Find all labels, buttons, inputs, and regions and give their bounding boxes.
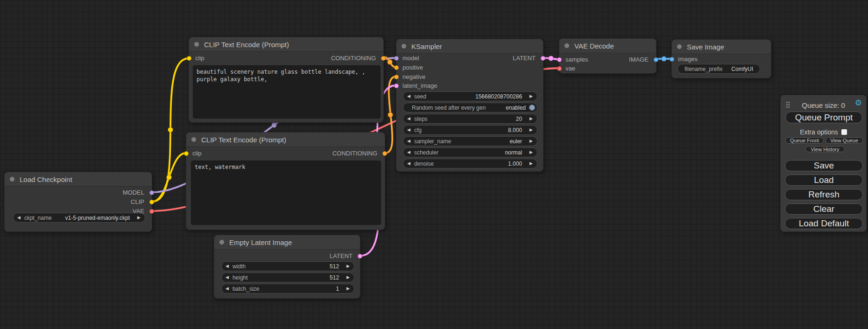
random-seed-widget[interactable]: Random seed after every gen enabled — [403, 103, 537, 112]
collapse-dot-icon[interactable] — [402, 44, 406, 49]
input-dot-latent-image[interactable] — [394, 84, 399, 88]
collapse-dot-icon[interactable] — [10, 177, 14, 182]
output-dot-conditioning[interactable] — [382, 151, 387, 156]
widget-value[interactable]: v1-5-pruned-emaonly.ckpt — [52, 215, 134, 221]
positive-prompt-textarea[interactable]: beautiful scenery nature glass bottle la… — [193, 65, 381, 119]
comfyui-canvas[interactable]: { "icons": { "decrement": "◀", "incremen… — [0, 0, 868, 329]
node-header[interactable]: CLIP Text Encode (Prompt) — [189, 37, 383, 52]
increment-arrow-icon[interactable]: ▶ — [526, 150, 537, 154]
queue-panel[interactable]: Queue size: 0 ⚙ Queue Prompt Extra optio… — [780, 95, 867, 232]
widget-value[interactable]: normal — [438, 149, 526, 156]
decrement-arrow-icon[interactable]: ◀ — [222, 287, 233, 291]
link-midpoint-dot — [549, 56, 554, 61]
scheduler-widget[interactable]: ◀ scheduler normal ▶ — [403, 147, 537, 157]
node-header[interactable]: CLIP Text Encode (Prompt) — [186, 133, 385, 147]
collapse-dot-icon[interactable] — [677, 44, 682, 49]
decrement-arrow-icon[interactable]: ◀ — [222, 264, 233, 268]
input-dot-positive[interactable] — [394, 65, 399, 70]
input-dot-model[interactable] — [394, 56, 399, 61]
view-history-button[interactable]: View History — [805, 146, 845, 152]
node-load-checkpoint[interactable]: Load Checkpoint MODEL CLIP VAE ◀ ckpt_na… — [4, 172, 152, 232]
decrement-arrow-icon[interactable]: ◀ — [403, 117, 414, 121]
widget-value[interactable]: 156680208700286 — [426, 93, 526, 100]
denoise-widget[interactable]: ◀ denoise 1.000 ▶ — [403, 159, 537, 168]
node-save-image[interactable]: Save Image images filename_prefix ComfyU… — [671, 39, 771, 78]
output-dot-conditioning[interactable] — [381, 56, 386, 61]
widget-value[interactable]: 8.000 — [422, 127, 526, 133]
node-ksampler[interactable]: KSampler model positive negative latent_… — [396, 39, 543, 172]
increment-arrow-icon[interactable]: ▶ — [526, 139, 537, 143]
increment-arrow-icon[interactable]: ▶ — [526, 94, 537, 98]
ckpt-name-widget[interactable]: ◀ ckpt_name v1-5-pruned-emaonly.ckpt ▶ — [13, 213, 145, 223]
gear-icon[interactable]: ⚙ — [855, 99, 862, 107]
sampler-name-widget[interactable]: ◀ sampler_name euler ▶ — [403, 136, 537, 146]
node-header[interactable]: VAE Decode — [559, 39, 656, 53]
cfg-widget[interactable]: ◀ cfg 8.000 ▶ — [403, 125, 537, 135]
input-dot-samples[interactable] — [557, 57, 562, 62]
link-midpoint-dot — [168, 127, 173, 133]
node-header[interactable]: Empty Latent Image — [214, 235, 360, 250]
clear-button[interactable]: Clear — [785, 203, 863, 215]
decrement-arrow-icon[interactable]: ◀ — [403, 139, 414, 143]
node-header[interactable]: Load Checkpoint — [5, 172, 152, 187]
refresh-button[interactable]: Refresh — [785, 189, 863, 200]
widget-value[interactable]: 20 — [428, 116, 526, 122]
input-dot-vae[interactable] — [557, 66, 562, 71]
steps-widget[interactable]: ◀ steps 20 ▶ — [403, 114, 537, 124]
decrement-arrow-icon[interactable]: ◀ — [403, 128, 414, 132]
load-button[interactable]: Load — [785, 175, 863, 186]
output-dot-latent[interactable] — [541, 56, 545, 61]
increment-arrow-icon[interactable]: ▶ — [343, 287, 354, 291]
view-queue-button[interactable]: View Queue — [826, 137, 863, 144]
widget-value[interactable]: 512 — [248, 274, 343, 281]
decrement-arrow-icon[interactable]: ◀ — [403, 94, 414, 98]
output-dot-clip[interactable] — [149, 200, 154, 204]
node-vae-decode[interactable]: VAE Decode samples vae IMAGE — [559, 38, 656, 74]
decrement-arrow-icon[interactable]: ◀ — [403, 150, 414, 154]
save-button[interactable]: Save — [785, 160, 863, 171]
output-dot-latent[interactable] — [358, 254, 362, 259]
increment-arrow-icon[interactable]: ▶ — [343, 264, 354, 268]
input-dot-negative[interactable] — [394, 75, 399, 79]
widget-value[interactable]: euler — [451, 138, 526, 145]
widget-value[interactable]: 512 — [246, 263, 343, 270]
widget-value[interactable]: enabled — [486, 105, 528, 111]
collapse-dot-icon[interactable] — [219, 240, 224, 245]
random-seed-toggle[interactable] — [529, 105, 535, 111]
output-dot-model[interactable] — [149, 190, 154, 195]
collapse-dot-icon[interactable] — [191, 137, 196, 142]
widget-value[interactable]: 1 — [259, 286, 343, 292]
decrement-arrow-icon[interactable]: ◀ — [222, 275, 233, 280]
decrement-arrow-icon[interactable]: ◀ — [14, 216, 24, 220]
queue-prompt-button[interactable]: Queue Prompt — [785, 112, 862, 123]
input-dot-clip[interactable] — [187, 56, 191, 61]
node-clip-text-encode-positive[interactable]: CLIP Text Encode (Prompt) clip CONDITION… — [189, 37, 384, 123]
decrement-arrow-icon[interactable]: ◀ — [403, 161, 414, 166]
input-dot-clip[interactable] — [184, 151, 189, 156]
widget-value[interactable]: ComfyUI — [722, 66, 760, 72]
node-header[interactable]: Save Image — [672, 40, 771, 54]
load-default-button[interactable]: Load Default — [785, 218, 863, 229]
increment-arrow-icon[interactable]: ▶ — [526, 117, 537, 121]
increment-arrow-icon[interactable]: ▶ — [134, 216, 145, 220]
batch-size-widget[interactable]: ◀ batch_size 1 ▶ — [221, 284, 354, 294]
increment-arrow-icon[interactable]: ▶ — [526, 161, 537, 166]
node-header[interactable]: KSampler — [396, 39, 543, 54]
width-widget[interactable]: ◀ width 512 ▶ — [221, 261, 354, 271]
collapse-dot-icon[interactable] — [194, 42, 199, 47]
seed-widget[interactable]: ◀ seed 156680208700286 ▶ — [403, 91, 537, 101]
extra-options-checkbox[interactable] — [841, 129, 847, 135]
output-dot-vae[interactable] — [149, 209, 154, 214]
height-widget[interactable]: ◀ height 512 ▶ — [221, 273, 354, 282]
widget-value[interactable]: 1.000 — [434, 161, 526, 167]
increment-arrow-icon[interactable]: ▶ — [526, 128, 537, 132]
output-dot-image[interactable] — [654, 57, 658, 62]
negative-prompt-textarea[interactable]: text, watermark — [191, 161, 381, 225]
increment-arrow-icon[interactable]: ▶ — [343, 275, 354, 280]
collapse-dot-icon[interactable] — [565, 43, 569, 48]
node-empty-latent-image[interactable]: Empty Latent Image LATENT ◀ width 512 ▶ … — [214, 235, 360, 299]
node-clip-text-encode-negative[interactable]: CLIP Text Encode (Prompt) clip CONDITION… — [186, 132, 385, 230]
queue-front-button[interactable]: Queue Front — [785, 137, 824, 144]
filename-prefix-widget[interactable]: filename_prefix ComfyUI — [677, 64, 760, 74]
input-dot-images[interactable] — [670, 57, 674, 62]
